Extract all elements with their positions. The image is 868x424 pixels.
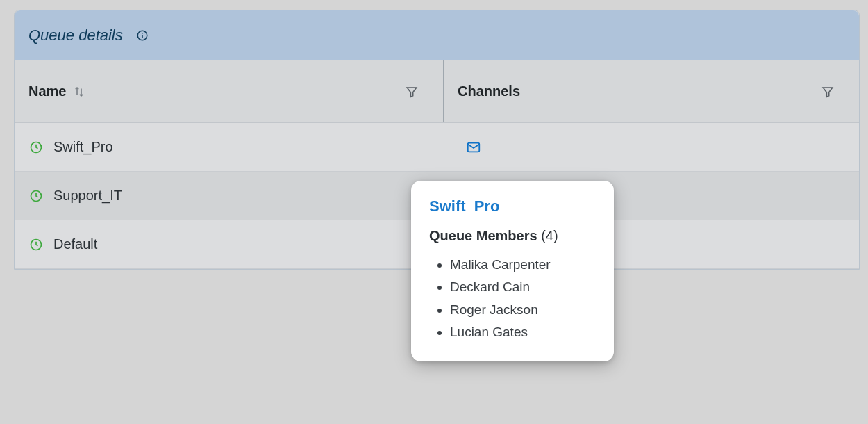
clock-icon: [28, 188, 44, 204]
column-header-name[interactable]: Name: [15, 60, 444, 122]
panel-header: Queue details: [15, 10, 859, 60]
popover-subtitle-count: (4): [541, 228, 558, 243]
clock-icon: [28, 237, 44, 252]
cell-name: Default: [15, 236, 444, 252]
column-header-channels-label: Channels: [458, 83, 520, 99]
filter-icon[interactable]: [820, 84, 835, 99]
queue-members-popover: Swift_Pro Queue Members (4) Malika Carpe…: [411, 181, 614, 361]
list-item: Roger Jackson: [450, 299, 596, 321]
list-item: Deckard Cain: [450, 276, 596, 298]
row-name-label: Default: [53, 236, 97, 252]
cell-name: Support_IT: [15, 188, 444, 204]
panel-title: Queue details: [28, 26, 123, 44]
list-item: Malika Carpenter: [450, 254, 596, 276]
list-item: Lucian Gates: [450, 321, 596, 343]
popover-subtitle: Queue Members (4): [429, 228, 596, 244]
cell-channels: [444, 140, 859, 155]
sort-icon[interactable]: [73, 85, 85, 98]
row-name-label: Support_IT: [53, 188, 122, 204]
svg-point-2: [142, 33, 143, 34]
column-header-row: Name Channels: [15, 60, 859, 123]
filter-icon[interactable]: [404, 84, 419, 99]
row-name-label: Swift_Pro: [53, 139, 113, 155]
column-header-name-label: Name: [28, 83, 66, 99]
popover-title: Swift_Pro: [429, 197, 596, 215]
column-header-channels[interactable]: Channels: [444, 60, 859, 122]
cell-name: Swift_Pro: [15, 139, 444, 155]
table-row[interactable]: Swift_Pro: [15, 123, 859, 172]
member-list: Malika Carpenter Deckard Cain Roger Jack…: [429, 254, 596, 343]
clock-icon: [28, 140, 44, 155]
info-icon[interactable]: [135, 28, 149, 42]
mail-icon[interactable]: [463, 140, 484, 155]
popover-subtitle-label: Queue Members: [429, 228, 537, 243]
